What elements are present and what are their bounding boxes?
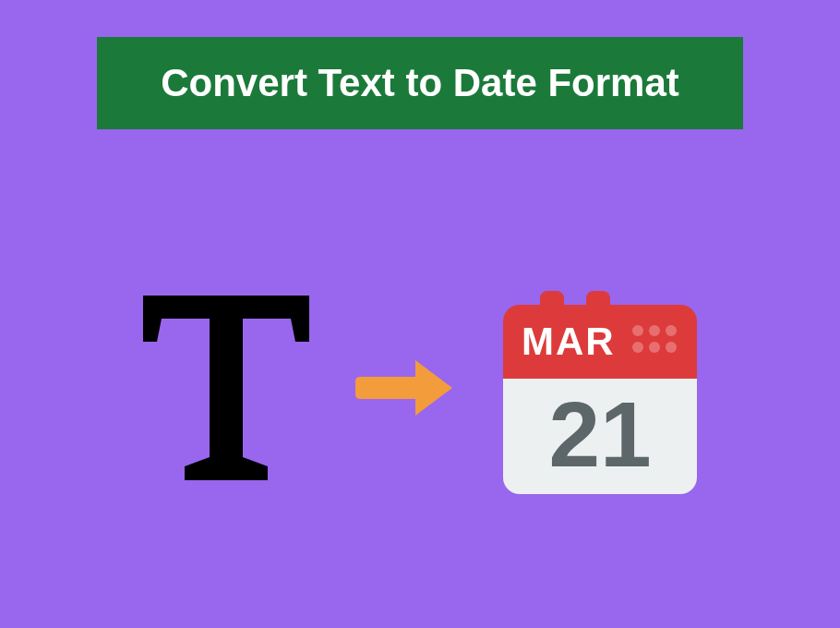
calendar-dot [649, 342, 660, 353]
calendar-day: 21 [503, 379, 697, 489]
content-row: MAR 21 [0, 240, 840, 536]
text-icon [134, 286, 318, 489]
calendar-dot [666, 342, 677, 353]
arrow-right-icon [355, 356, 457, 420]
calendar-dot [649, 325, 660, 336]
calendar-header: MAR [503, 305, 697, 379]
calendar-dot [632, 325, 643, 336]
header-banner: Convert Text to Date Format [97, 37, 743, 129]
header-title: Convert Text to Date Format [161, 61, 679, 105]
calendar-dot [666, 325, 677, 336]
calendar-icon: MAR 21 [494, 282, 706, 494]
calendar-dot [632, 342, 643, 353]
calendar-dots [632, 325, 677, 353]
calendar-month: MAR [522, 320, 616, 364]
